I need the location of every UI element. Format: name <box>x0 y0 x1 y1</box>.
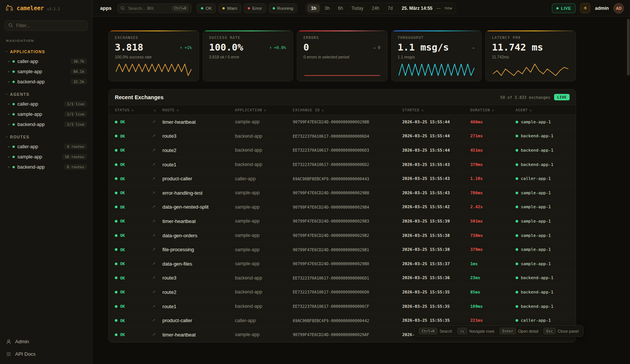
search-input[interactable] <box>127 6 169 11</box>
open-exchange-icon[interactable]: ↗ <box>152 176 162 181</box>
sidebar-item-backend-app[interactable]: ▸ backend-app 1/1 live <box>0 119 92 129</box>
global-search: Ctrl+K <box>117 3 191 13</box>
open-exchange-icon[interactable]: ↗ <box>152 247 162 252</box>
stat-card-latency-p99: LATENCY P99 11.742 ms 11.742ms <box>485 30 576 81</box>
open-exchange-icon[interactable]: ↗ <box>152 120 162 124</box>
filter-pill-error[interactable]: Error <box>244 3 266 13</box>
table-row[interactable]: OK ↗ timer-heartbeat sample-app 90799F47… <box>109 214 576 229</box>
table-row[interactable]: OK ↗ route3 backend-app EE7322370A10617-… <box>109 129 576 144</box>
sidebar: cameleer v3.2.1 NAVIGATION ▾ APPLICATION… <box>0 0 93 364</box>
column-header-application[interactable]: APPLICATION ⇅ <box>235 108 293 112</box>
open-exchange-icon[interactable]: ↗ <box>152 290 162 295</box>
started-cell: 2026-03-25 15:55:39 <box>402 219 470 224</box>
avatar[interactable]: AD <box>613 3 624 14</box>
open-exchange-icon[interactable]: ↗ <box>152 204 162 209</box>
column-header-duration[interactable]: DURATION ⇅ <box>470 108 516 112</box>
agent-label: sample-app-1 <box>521 120 551 124</box>
column-header-route[interactable]: ROUTE ⇅ <box>162 108 235 112</box>
time-range-1h[interactable]: 1h <box>307 4 320 12</box>
open-exchange-icon[interactable]: ↗ <box>152 304 162 309</box>
sidebar-section-header[interactable]: ▾ ROUTES <box>0 132 92 141</box>
sidebar-item-caller-app[interactable]: ▸ caller-app 1/1 live <box>0 99 92 109</box>
time-range-today[interactable]: Today <box>347 4 367 12</box>
column-header-link[interactable]: ⇅ <box>152 108 162 112</box>
agent-cell: backend-app-1 <box>516 134 570 138</box>
started-cell: 2026-03-25 15:55:35 <box>402 290 470 295</box>
status-dot <box>12 156 15 158</box>
sidebar-item-badge: 84.1k <box>71 69 87 74</box>
table-row[interactable]: OK ↗ route2 backend-app EE7322370A10617-… <box>109 143 576 158</box>
table-row[interactable]: OK ↗ timer-heartbeat sample-app 90799F47… <box>109 115 576 129</box>
open-exchange-icon[interactable]: ↗ <box>152 318 162 323</box>
vertical-scrollbar[interactable] <box>627 17 630 363</box>
status-filter-pills: OK Warn Error Running <box>197 3 297 13</box>
sidebar-item-label: sample-app <box>17 69 42 74</box>
exchange-id-cell: EE7322370A10617-00000000000006D1 <box>293 276 402 280</box>
started-cell: 2026-03-25 15:55:44 <box>402 134 470 138</box>
filter-pill-ok[interactable]: OK <box>197 3 216 13</box>
table-row[interactable]: OK ↗ data-gen-nested-split sample-app 90… <box>109 200 576 215</box>
filter-pill-label: OK <box>205 6 212 11</box>
sidebar-item-label: sample-app <box>17 154 42 160</box>
sidebar-item-sample-app[interactable]: ▸ sample-app 1/1 live <box>0 109 92 119</box>
table-row[interactable]: OK ↗ route1 backend-app EE7322370A10617-… <box>109 299 576 314</box>
open-exchange-icon[interactable]: ↗ <box>152 162 162 167</box>
table-row[interactable]: OK ↗ data-gen-files sample-app 90799F47E… <box>109 257 576 271</box>
open-exchange-icon[interactable]: ↗ <box>152 233 162 238</box>
column-label: APPLICATION <box>235 108 262 112</box>
column-header-exchange-id[interactable]: EXCHANGE ID ⇅ <box>293 108 402 112</box>
sidebar-item-backend-app[interactable]: ▸ backend-app 32.2k <box>0 77 92 87</box>
sidebar-section-header[interactable]: ▾ AGENTS <box>0 90 92 99</box>
sidebar-item-label: caller-app <box>17 101 38 107</box>
sidebar-section-header[interactable]: ▾ APPLICATIONS <box>0 47 92 56</box>
open-exchange-icon[interactable]: ↗ <box>152 219 162 224</box>
sidebar-item-caller-app[interactable]: ▸ caller-app 10.7k <box>0 56 92 66</box>
time-range-3h[interactable]: 3h <box>321 4 333 12</box>
table-row[interactable]: OK ↗ route1 backend-app EE7322370A10617-… <box>109 158 576 172</box>
time-range-24h[interactable]: 24h <box>368 4 383 12</box>
sidebar-item-backend-app[interactable]: ▸ backend-app 6 routes <box>0 162 92 172</box>
open-exchange-icon[interactable]: ↗ <box>152 190 162 195</box>
agent-cell: sample-app-1 <box>516 219 570 224</box>
stat-subtitle: 1.1 msg/s <box>398 55 476 59</box>
sidebar-item-label: backend-app <box>17 164 45 170</box>
table-row[interactable]: OK ↗ error-handling-test sample-app 9079… <box>109 186 576 200</box>
sidebar-section-title: AGENTS <box>10 92 30 97</box>
table-row[interactable]: OK ↗ route2 backend-app EE7322370A10617-… <box>109 285 576 299</box>
filter-pill-running[interactable]: Running <box>269 3 298 13</box>
sidebar-item-label: caller-app <box>17 144 38 149</box>
table-row[interactable]: OK ↗ product-caller caller-app 69AC90BF8… <box>109 172 576 186</box>
sidebar-item-caller-app[interactable]: ▸ caller-app 4 routes <box>0 141 92 152</box>
open-exchange-icon[interactable]: ↗ <box>152 332 162 337</box>
started-cell: 2026-03-25 15:55:37 <box>402 261 470 266</box>
agent-label: sample-app-1 <box>521 261 551 266</box>
filter-pill-warn[interactable]: Warn <box>218 3 241 13</box>
time-range-6h[interactable]: 6h <box>334 4 347 12</box>
sidebar-item-sample-app[interactable]: ▸ sample-app 16 routes <box>0 152 92 162</box>
column-header-agent[interactable]: AGENT ⇅ <box>516 108 570 112</box>
status-dot <box>115 220 117 223</box>
logo: cameleer v3.2.1 <box>0 0 92 17</box>
open-exchange-icon[interactable]: ↗ <box>152 275 162 280</box>
status-cell: OK <box>115 219 152 223</box>
table-row[interactable]: OK ↗ route3 backend-app EE7322370A10617-… <box>109 271 576 286</box>
sidebar-item-api-docs[interactable]: API Docs <box>0 348 92 360</box>
column-header-started[interactable]: STARTED ⇅ <box>402 108 470 112</box>
status-cell: OK <box>115 290 152 294</box>
open-exchange-icon[interactable]: ↗ <box>152 261 162 266</box>
sidebar-item-sample-app[interactable]: ▸ sample-app 84.1k <box>0 66 92 77</box>
chevron-right-icon: ▸ <box>8 112 10 116</box>
table-row[interactable]: OK ↗ file-processing sample-app 90799F47… <box>109 243 576 257</box>
time-range-7d[interactable]: 7d <box>384 4 396 12</box>
open-exchange-icon[interactable]: ↗ <box>152 148 162 153</box>
table-row[interactable]: OK ↗ data-gen-orders sample-app 90799F47… <box>109 229 576 243</box>
status-dot <box>115 305 117 308</box>
open-exchange-icon[interactable]: ↗ <box>152 134 162 138</box>
agent-cell: sample-app-1 <box>516 120 570 124</box>
scrollbar-thumb[interactable] <box>627 19 630 75</box>
column-header-status[interactable]: STATUS ⇅ <box>115 108 152 112</box>
sidebar-filter-input[interactable] <box>15 23 84 29</box>
theme-toggle-button[interactable]: ☀ <box>580 3 590 13</box>
live-toggle-button[interactable]: LIVE <box>552 3 576 13</box>
sidebar-item-admin[interactable]: Admin <box>0 335 92 348</box>
